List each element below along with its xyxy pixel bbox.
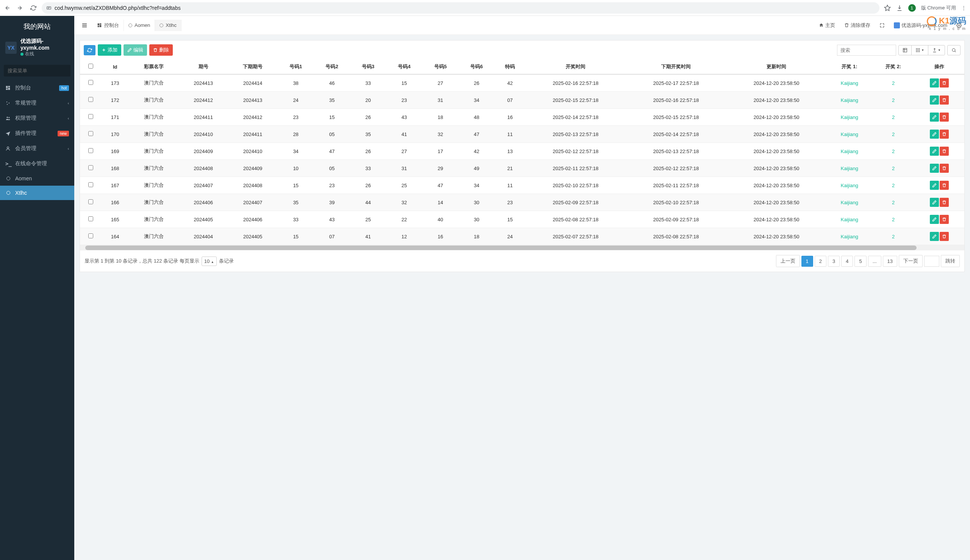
row-delete-button[interactable] (940, 95, 949, 105)
cell-kaijiang1[interactable]: Kaijiang (827, 143, 873, 160)
advanced-search-icon[interactable] (948, 45, 960, 55)
page-button[interactable]: 1 (802, 256, 813, 267)
column-header[interactable] (80, 60, 101, 74)
column-header[interactable]: Id (101, 60, 129, 74)
avatar[interactable]: 1 (908, 4, 916, 12)
column-header[interactable]: 号码1 (278, 60, 314, 74)
prev-page-button[interactable]: 上一页 (776, 255, 800, 267)
row-checkbox[interactable] (88, 80, 93, 85)
cell-kaijiang1[interactable]: Kaijiang (827, 126, 873, 143)
row-edit-button[interactable] (930, 147, 939, 156)
sidebar-item-xtlhc[interactable]: Xtlhc (0, 186, 74, 200)
column-header[interactable]: 号码6 (458, 60, 495, 74)
cell-kaijiang2[interactable]: 2 (872, 143, 914, 160)
columns-icon[interactable]: ▼ (912, 45, 928, 55)
row-edit-button[interactable] (930, 113, 939, 122)
sidebar-item-会员管理[interactable]: 会员管理‹ (0, 141, 74, 156)
clear-cache-link[interactable]: 清除缓存 (840, 20, 874, 31)
sidebar-item-权限管理[interactable]: 权限管理‹ (0, 111, 74, 126)
row-checkbox[interactable] (88, 97, 93, 102)
column-header[interactable]: 号码5 (422, 60, 458, 74)
page-button[interactable]: 4 (841, 256, 853, 267)
sidebar-item-常规管理[interactable]: 常规管理‹ (0, 95, 74, 111)
cell-kaijiang1[interactable]: Kaijiang (827, 160, 873, 177)
sidebar-item-aomen[interactable]: Aomen (0, 171, 74, 186)
cell-kaijiang2[interactable]: 2 (872, 74, 914, 92)
delete-button[interactable]: 删除 (149, 44, 173, 56)
row-delete-button[interactable] (940, 164, 949, 173)
column-header[interactable]: 号码3 (350, 60, 386, 74)
column-header[interactable]: 号码2 (314, 60, 350, 74)
select-all-checkbox[interactable] (88, 63, 93, 68)
cell-kaijiang1[interactable]: Kaijiang (827, 211, 873, 228)
column-header[interactable]: 开奖 2: (872, 60, 914, 74)
sidebar-item-插件管理[interactable]: 插件管理new (0, 126, 74, 141)
page-size-select[interactable]: 10 ▲ (202, 257, 217, 266)
fullscreen-icon[interactable] (876, 20, 888, 30)
row-delete-button[interactable] (940, 181, 949, 190)
refresh-button[interactable] (84, 45, 95, 55)
url-bar[interactable]: cod.hwymw.net/aZXDBMbhdO.php/xtlhc?ref=a… (42, 2, 880, 13)
table-search-input[interactable] (837, 45, 896, 56)
settings-icon[interactable] (953, 20, 965, 30)
download-icon[interactable] (896, 5, 903, 12)
row-delete-button[interactable] (940, 198, 949, 207)
page-button[interactable]: 5 (855, 256, 866, 267)
column-header[interactable]: 号码4 (386, 60, 422, 74)
cell-kaijiang1[interactable]: Kaijiang (827, 228, 873, 245)
column-header[interactable]: 更新时间 (727, 60, 827, 74)
row-delete-button[interactable] (940, 147, 949, 156)
tab-xtlhc[interactable]: Xtlhc (155, 20, 182, 31)
toggle-view-icon[interactable] (899, 45, 912, 55)
cell-kaijiang2[interactable]: 2 (872, 211, 914, 228)
row-checkbox[interactable] (88, 148, 93, 153)
row-delete-button[interactable] (940, 78, 949, 88)
cell-kaijiang2[interactable]: 2 (872, 160, 914, 177)
cell-kaijiang1[interactable]: Kaijiang (827, 177, 873, 194)
cell-kaijiang2[interactable]: 2 (872, 109, 914, 126)
cell-kaijiang1[interactable]: Kaijiang (827, 92, 873, 109)
page-button[interactable]: 13 (883, 256, 897, 267)
back-icon[interactable] (4, 4, 12, 12)
add-button[interactable]: 添加 (98, 44, 121, 56)
tab-aomen[interactable]: Aomen (124, 20, 155, 31)
row-edit-button[interactable] (930, 95, 939, 105)
row-checkbox[interactable] (88, 165, 93, 170)
export-icon[interactable]: ▼ (928, 45, 945, 55)
sidebar-item-控制台[interactable]: 控制台hot (0, 80, 74, 95)
row-checkbox[interactable] (88, 131, 93, 136)
next-page-button[interactable]: 下一页 (899, 255, 923, 267)
row-edit-button[interactable] (930, 232, 939, 241)
row-delete-button[interactable] (940, 113, 949, 122)
cell-kaijiang1[interactable]: Kaijiang (827, 74, 873, 92)
cell-kaijiang1[interactable]: Kaijiang (827, 109, 873, 126)
page-button[interactable]: 2 (815, 256, 827, 267)
column-header[interactable]: 开奖 1: (827, 60, 873, 74)
edit-button[interactable]: 编辑 (123, 44, 147, 56)
column-header[interactable]: 彩票名字 (129, 60, 179, 74)
cell-kaijiang2[interactable]: 2 (872, 126, 914, 143)
tab-控制台[interactable]: 控制台 (92, 20, 124, 31)
row-delete-button[interactable] (940, 215, 949, 224)
column-header[interactable]: 下期期号 (228, 60, 278, 74)
sidebar-search-input[interactable] (4, 65, 74, 77)
row-edit-button[interactable] (930, 130, 939, 139)
row-edit-button[interactable] (930, 198, 939, 207)
horizontal-scrollbar[interactable] (80, 245, 964, 250)
row-checkbox[interactable] (88, 114, 93, 119)
row-edit-button[interactable] (930, 164, 939, 173)
user-dropdown[interactable]: 优选源码-yxymk.com (890, 20, 951, 31)
row-checkbox[interactable] (88, 182, 93, 187)
page-button[interactable]: ... (868, 256, 881, 267)
page-button[interactable]: 3 (828, 256, 840, 267)
row-edit-button[interactable] (930, 181, 939, 190)
sidebar-item-在线命令管理[interactable]: >_在线命令管理 (0, 156, 74, 171)
forward-icon[interactable] (16, 4, 23, 12)
column-header[interactable]: 期号 (179, 60, 228, 74)
home-link[interactable]: 主页 (815, 20, 839, 31)
cell-kaijiang2[interactable]: 2 (872, 228, 914, 245)
reload-icon[interactable] (30, 4, 37, 12)
jump-button[interactable]: 跳转 (941, 255, 960, 267)
row-delete-button[interactable] (940, 232, 949, 241)
cell-kaijiang2[interactable]: 2 (872, 177, 914, 194)
